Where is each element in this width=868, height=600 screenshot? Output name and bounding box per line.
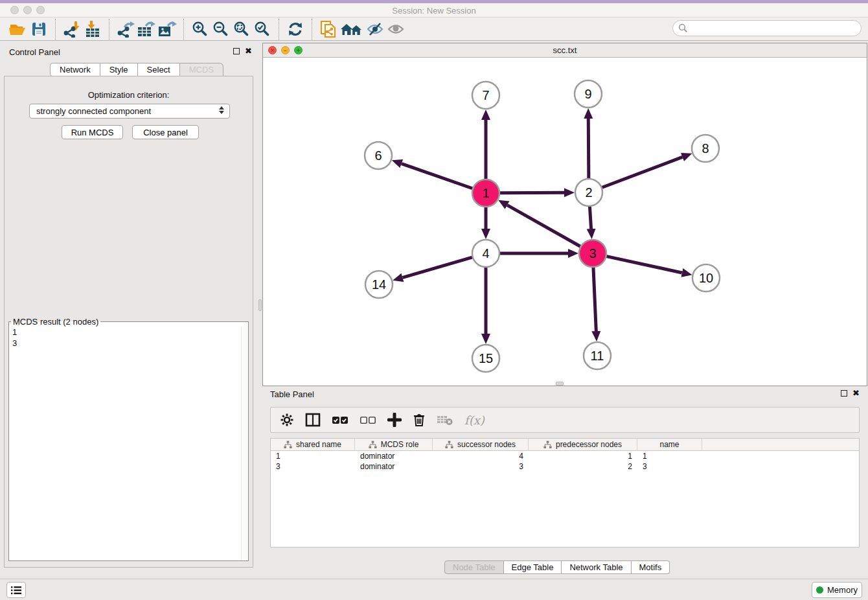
list-icon <box>11 586 21 595</box>
toolbar-separator <box>55 19 56 40</box>
zoom-selected-button[interactable] <box>252 19 273 39</box>
zoom-out-button[interactable] <box>211 19 231 39</box>
float-table-panel-icon[interactable] <box>841 390 847 397</box>
app-titlebar: Session: New Session <box>0 3 868 17</box>
control-panel-tabs: Network Style Select MCDS <box>50 63 223 76</box>
zoom-in-button[interactable] <box>190 19 211 39</box>
cell-shared-name[interactable]: 3 <box>271 462 355 471</box>
refresh-network-button[interactable] <box>285 19 306 39</box>
column-header-mcds-role[interactable]: MCDS role <box>355 439 433 450</box>
delete-table-button[interactable] <box>437 414 453 426</box>
duplicate-network-button[interactable] <box>318 19 339 39</box>
cell-predecessor-nodes[interactable]: 1 <box>529 452 637 461</box>
column-header-name[interactable]: name <box>637 439 702 450</box>
edge-2-8[interactable] <box>602 157 683 187</box>
result-scrollbar[interactable] <box>241 327 248 560</box>
dropdown-stepper-icon <box>219 106 224 114</box>
network-canvas[interactable]: 7968124314101511 <box>263 58 867 386</box>
export-network-button[interactable] <box>115 19 136 39</box>
app-title: Session: New Session <box>0 6 868 16</box>
memory-button[interactable]: Memory <box>812 582 862 598</box>
column-header-predecessor-nodes[interactable]: predecessor nodes <box>529 439 637 450</box>
edge-3-10[interactable] <box>606 257 681 273</box>
criterion-dropdown[interactable]: strongly connected component <box>29 104 230 119</box>
column-label: successor nodes <box>457 440 516 449</box>
mcds-result-group: MCDS result (2 nodes) 1 3 <box>8 317 249 561</box>
cell-successor-nodes[interactable]: 4 <box>433 452 529 461</box>
tab-node-table[interactable]: Node Table <box>444 560 504 574</box>
cell-name[interactable]: 1 <box>637 452 702 461</box>
export-image-icon <box>157 21 177 38</box>
column-header-shared-name[interactable]: shared name <box>271 439 355 450</box>
edge-1-2[interactable] <box>500 192 564 193</box>
node-label-3: 3 <box>589 246 596 260</box>
close-table-panel-icon[interactable]: ✖ <box>852 390 860 397</box>
node-label-6: 6 <box>374 148 382 163</box>
export-table-icon <box>137 21 156 38</box>
edge-3-11[interactable] <box>593 268 596 331</box>
split-column-button[interactable] <box>305 413 321 427</box>
float-panel-icon[interactable] <box>233 48 240 54</box>
tab-mcds[interactable]: MCDS <box>180 63 223 76</box>
edge-3-1[interactable] <box>507 205 580 247</box>
zoom-out-icon <box>212 21 229 38</box>
function-builder-button[interactable]: f(x) <box>464 413 485 427</box>
duplicate-network-icon <box>319 20 337 38</box>
show-network-button[interactable] <box>385 19 406 39</box>
cell-predecessor-nodes[interactable]: 2 <box>529 462 637 471</box>
column-header-successor-nodes[interactable]: successor nodes <box>433 439 529 450</box>
eye-icon <box>387 21 405 37</box>
add-column-button[interactable] <box>387 413 402 427</box>
unchecked-boxes-icon <box>360 415 376 425</box>
edge-1-6[interactable] <box>402 164 472 189</box>
show-panels-button[interactable] <box>6 582 26 598</box>
table-panel: Table Panel ✖ <box>262 386 868 574</box>
cell-successor-nodes[interactable]: 3 <box>433 462 529 471</box>
export-table-button[interactable] <box>136 19 157 39</box>
tab-style[interactable]: Style <box>100 63 138 76</box>
run-mcds-button[interactable]: Run MCDS <box>62 125 123 139</box>
tab-network-table[interactable]: Network Table <box>562 560 631 574</box>
node-label-9: 9 <box>584 87 591 101</box>
search-input[interactable] <box>672 20 862 36</box>
edge-4-14[interactable] <box>402 257 472 277</box>
cell-mcds-role[interactable]: dominator <box>355 462 433 471</box>
import-network-button[interactable] <box>62 19 82 39</box>
table-settings-button[interactable] <box>280 413 294 427</box>
save-icon <box>31 21 47 37</box>
close-panel-button[interactable]: Close panel <box>132 125 199 139</box>
table-row[interactable]: 1 dominator 4 1 1 <box>271 451 859 461</box>
export-image-button[interactable] <box>157 19 177 39</box>
edge-2-3[interactable] <box>589 207 591 229</box>
cell-name[interactable]: 3 <box>637 462 702 471</box>
zoom-fit-button[interactable] <box>231 19 252 39</box>
view-splitter-handle[interactable] <box>556 382 564 386</box>
hide-network-button[interactable] <box>365 19 385 39</box>
network-window-titlebar[interactable]: ✕ − + scc.txt <box>263 43 867 58</box>
table-tabs: Node Table Edge Table Network Table Moti… <box>444 560 670 574</box>
close-panel-icon[interactable]: ✖ <box>245 48 252 54</box>
import-table-button[interactable] <box>82 19 103 39</box>
tab-select[interactable]: Select <box>138 63 180 76</box>
select-all-columns-button[interactable] <box>332 415 348 425</box>
tab-edge-table[interactable]: Edge Table <box>504 560 562 574</box>
home-layout-button[interactable] <box>339 19 365 39</box>
tab-motifs[interactable]: Motifs <box>632 560 670 574</box>
zoom-selected-icon <box>254 21 271 38</box>
checked-boxes-icon <box>332 415 348 425</box>
tab-network[interactable]: Network <box>50 63 100 76</box>
save-session-button[interactable] <box>29 19 49 39</box>
edge-2-9[interactable] <box>588 119 589 178</box>
cell-shared-name[interactable]: 1 <box>271 452 355 461</box>
deselect-all-columns-button[interactable] <box>360 415 376 425</box>
cell-mcds-role[interactable]: dominator <box>355 452 433 461</box>
mcds-result-area[interactable]: 1 3 <box>9 327 248 560</box>
delete-column-button[interactable] <box>413 413 426 427</box>
open-session-button[interactable] <box>8 19 29 39</box>
network-graph[interactable]: 7968124314101511 <box>263 58 867 386</box>
panel-splitter-handle[interactable] <box>258 299 262 311</box>
column-label: shared name <box>296 440 341 449</box>
table-row[interactable]: 3 dominator 3 2 3 <box>271 461 859 472</box>
node-label-15: 15 <box>479 351 493 365</box>
column-label: predecessor nodes <box>556 440 622 449</box>
